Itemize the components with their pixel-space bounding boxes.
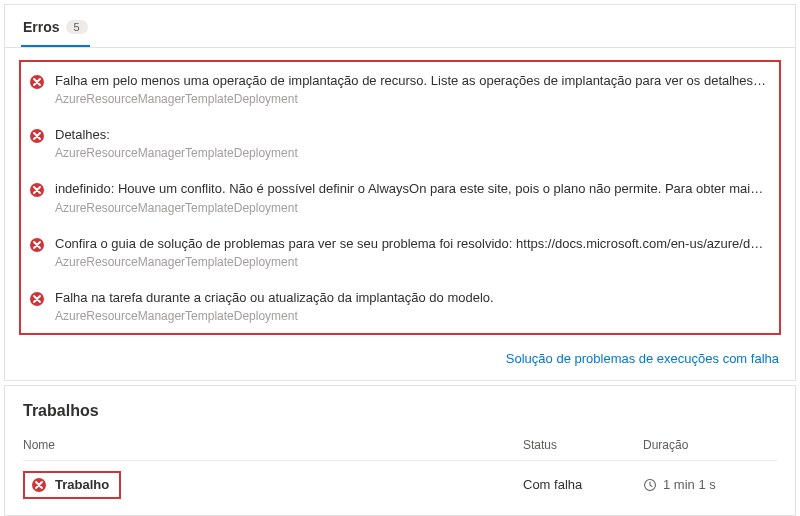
error-message: Falha em pelo menos uma operação de impl… bbox=[55, 72, 767, 90]
error-icon bbox=[29, 128, 45, 144]
error-source: AzureResourceManagerTemplateDeployment bbox=[55, 309, 767, 323]
jobs-col-status[interactable]: Status bbox=[523, 438, 643, 452]
jobs-title: Trabalhos bbox=[23, 402, 777, 420]
job-row[interactable]: Trabalho Com falha 1 min 1 s bbox=[23, 460, 777, 505]
error-message: indefinido: Houve um conflito. Não é pos… bbox=[55, 180, 767, 198]
error-body: indefinido: Houve um conflito. Não é pos… bbox=[55, 180, 767, 214]
job-duration: 1 min 1 s bbox=[663, 477, 716, 492]
error-source: AzureResourceManagerTemplateDeployment bbox=[55, 255, 767, 269]
errors-highlight-box: Falha em pelo menos uma operação de impl… bbox=[19, 60, 781, 335]
error-message: Falha na tarefa durante a criação ou atu… bbox=[55, 289, 767, 307]
error-source: AzureResourceManagerTemplateDeployment bbox=[55, 92, 767, 106]
job-name-cell: Trabalho bbox=[23, 471, 523, 499]
tab-errors[interactable]: Erros 5 bbox=[21, 13, 90, 47]
error-source: AzureResourceManagerTemplateDeployment bbox=[55, 146, 767, 160]
jobs-panel: Trabalhos Nome Status Duração Trabalho C… bbox=[4, 385, 796, 516]
tab-bar: Erros 5 bbox=[5, 5, 795, 48]
error-icon bbox=[29, 182, 45, 198]
error-item[interactable]: Confira o guia de solução de problemas p… bbox=[21, 225, 779, 279]
job-duration-cell: 1 min 1 s bbox=[643, 477, 777, 492]
error-body: Falha em pelo menos uma operação de impl… bbox=[55, 72, 767, 106]
error-icon bbox=[29, 291, 45, 307]
error-message: Confira o guia de solução de problemas p… bbox=[55, 235, 767, 253]
jobs-col-duration[interactable]: Duração bbox=[643, 438, 777, 452]
job-name-highlight: Trabalho bbox=[23, 471, 121, 499]
error-item[interactable]: Falha na tarefa durante a criação ou atu… bbox=[21, 279, 779, 333]
errors-panel: Erros 5 Falha em pelo menos uma operação… bbox=[4, 4, 796, 381]
error-icon bbox=[29, 237, 45, 253]
error-item[interactable]: Falha em pelo menos uma operação de impl… bbox=[21, 62, 779, 116]
error-body: Falha na tarefa durante a criação ou atu… bbox=[55, 289, 767, 323]
error-source: AzureResourceManagerTemplateDeployment bbox=[55, 201, 767, 215]
tab-errors-count: 5 bbox=[66, 20, 88, 34]
tab-errors-label: Erros bbox=[23, 19, 60, 35]
error-icon bbox=[31, 477, 47, 493]
error-body: Confira o guia de solução de problemas p… bbox=[55, 235, 767, 269]
error-body: Detalhes: AzureResourceManagerTemplateDe… bbox=[55, 126, 767, 160]
job-name: Trabalho bbox=[55, 477, 109, 492]
error-item[interactable]: indefinido: Houve um conflito. Não é pos… bbox=[21, 170, 779, 224]
error-message: Detalhes: bbox=[55, 126, 767, 144]
troubleshoot-link[interactable]: Solução de problemas de execuções com fa… bbox=[506, 351, 779, 366]
error-icon bbox=[29, 74, 45, 90]
jobs-header: Nome Status Duração bbox=[23, 438, 777, 460]
troubleshoot-link-container: Solução de problemas de execuções com fa… bbox=[5, 345, 795, 380]
clock-icon bbox=[643, 478, 657, 492]
error-item[interactable]: Detalhes: AzureResourceManagerTemplateDe… bbox=[21, 116, 779, 170]
job-status: Com falha bbox=[523, 477, 643, 492]
jobs-col-name[interactable]: Nome bbox=[23, 438, 523, 452]
